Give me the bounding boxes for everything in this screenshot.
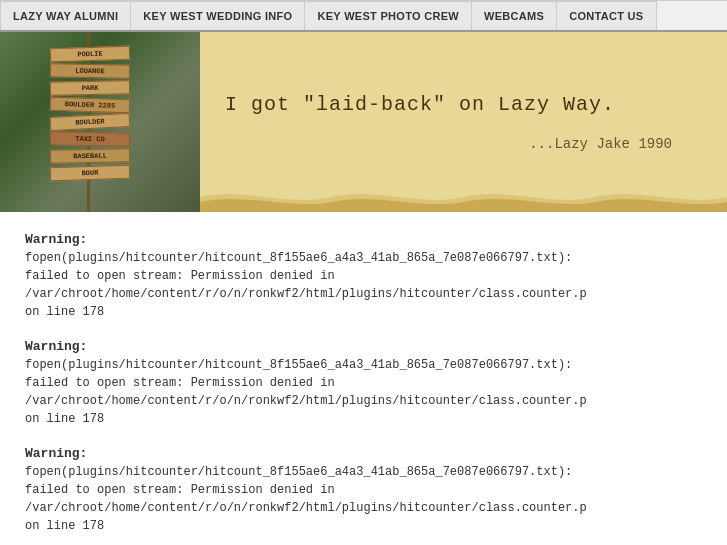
warning-label-2: Warning:: [25, 339, 702, 354]
hero-quote: I got "laid-back" on Lazy Way.: [225, 93, 702, 116]
warning-2-line1: fopen(plugins/hitcounter/hitcount_8f155a…: [25, 358, 572, 372]
warning-text-2: fopen(plugins/hitcounter/hitcount_8f155a…: [25, 356, 702, 428]
warning-3-line3: /var/chroot/home/content/r/o/n/ronkwf2/h…: [25, 501, 587, 515]
warning-text-1: fopen(plugins/hitcounter/hitcount_8f155a…: [25, 249, 702, 321]
warning-block-3: Warning: fopen(plugins/hitcounter/hitcou…: [25, 446, 702, 535]
hero-attribution: ...Lazy Jake 1990: [225, 136, 702, 152]
warning-1-line1: fopen(plugins/hitcounter/hitcount_8f155a…: [25, 251, 572, 265]
warning-1-line2: failed to open stream: Permission denied…: [25, 269, 335, 283]
hero-section: POOLIE LOUANGE PARK BOULDER 2285 BOULDER…: [0, 32, 727, 212]
warning-label-1: Warning:: [25, 232, 702, 247]
nav-bar: LAZY WAY ALUMNI KEY WEST WEDDING INFO KE…: [0, 0, 727, 32]
tab-lazy-way-alumni[interactable]: LAZY WAY ALUMNI: [0, 1, 131, 30]
sign-2: LOUANGE: [50, 63, 130, 78]
warning-block-2: Warning: fopen(plugins/hitcounter/hitcou…: [25, 339, 702, 428]
sign-1: POOLIE: [50, 46, 130, 63]
warning-2-line2: failed to open stream: Permission denied…: [25, 376, 335, 390]
wave-decoration: [200, 182, 727, 212]
page-wrapper: LAZY WAY ALUMNI KEY WEST WEDDING INFO KE…: [0, 0, 727, 545]
wave-svg: [200, 182, 727, 212]
content-area: Warning: fopen(plugins/hitcounter/hitcou…: [0, 212, 727, 545]
warning-3-line1: fopen(plugins/hitcounter/hitcount_8f155a…: [25, 465, 572, 479]
warning-3-line2: failed to open stream: Permission denied…: [25, 483, 335, 497]
sign-3: PARK: [50, 80, 130, 95]
warning-2-line3: /var/chroot/home/content/r/o/n/ronkwf2/h…: [25, 394, 587, 408]
warning-label-3: Warning:: [25, 446, 702, 461]
hero-text-area: I got "laid-back" on Lazy Way. ...Lazy J…: [200, 32, 727, 212]
warning-1-line3: /var/chroot/home/content/r/o/n/ronkwf2/h…: [25, 287, 587, 301]
hero-image: POOLIE LOUANGE PARK BOULDER 2285 BOULDER…: [0, 32, 200, 212]
sign-4: BOULDER 2285: [50, 97, 130, 114]
tab-key-west-photo[interactable]: KEY WEST PHOTO CREW: [305, 1, 472, 30]
tab-key-west-wedding[interactable]: KEY WEST WEDDING INFO: [131, 1, 305, 30]
sign-6: TAXI CO: [50, 131, 130, 146]
tab-contact-us[interactable]: CONTACT US: [557, 1, 656, 30]
sign-8: BOUR: [50, 165, 130, 182]
warning-text-3: fopen(plugins/hitcounter/hitcount_8f155a…: [25, 463, 702, 535]
warning-block-1: Warning: fopen(plugins/hitcounter/hitcou…: [25, 232, 702, 321]
hero-image-background: POOLIE LOUANGE PARK BOULDER 2285 BOULDER…: [0, 32, 200, 212]
warning-2-line4: on line 178: [25, 412, 104, 426]
sign-5: BOULDER: [50, 113, 131, 131]
sign-post: POOLIE LOUANGE PARK BOULDER 2285 BOULDER…: [50, 47, 130, 180]
warning-3-line4: on line 178: [25, 519, 104, 533]
sign-7: BASEBALL: [50, 148, 130, 163]
tab-webcams[interactable]: WEBCAMS: [472, 1, 557, 30]
warning-1-line4: on line 178: [25, 305, 104, 319]
